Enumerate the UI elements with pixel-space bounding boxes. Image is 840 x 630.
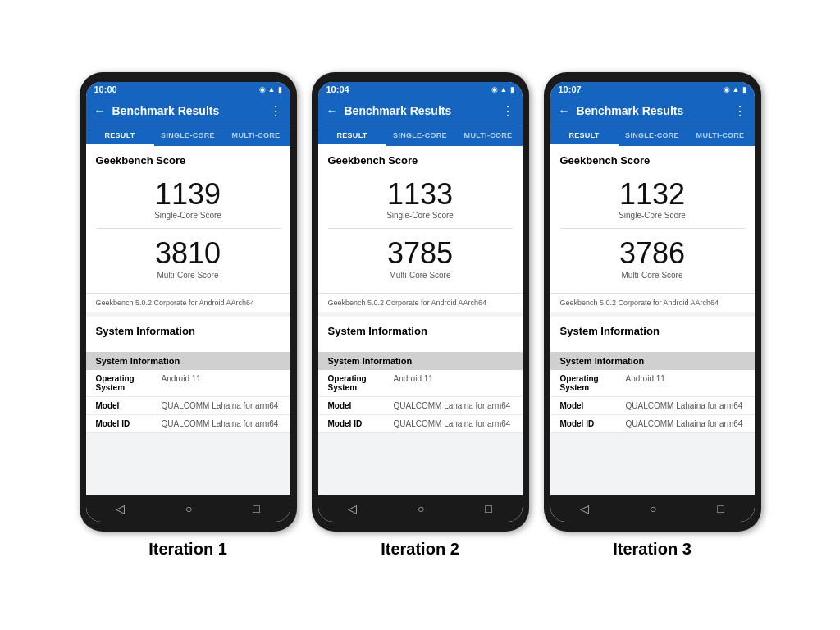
system-info-title: System Information bbox=[96, 325, 281, 337]
single-core-score: 1133 bbox=[328, 178, 513, 211]
tab-multicore[interactable]: MULTI-CORE bbox=[454, 126, 523, 146]
phone-wrapper-3: 10:07 ◉ ▲ ▮ ← Benchmark Results ⋮RESULTS… bbox=[544, 72, 761, 559]
status-time: 10:00 bbox=[94, 84, 117, 94]
phone-wrapper-1: 10:00 ◉ ▲ ▮ ← Benchmark Results ⋮RESULTS… bbox=[80, 72, 297, 559]
iteration-label-3: Iteration 3 bbox=[613, 540, 692, 559]
nav-back-button[interactable]: ◁ bbox=[116, 502, 125, 515]
phone-wrapper-2: 10:04 ◉ ▲ ▮ ← Benchmark Results ⋮RESULTS… bbox=[312, 72, 529, 559]
screen-3: 10:07 ◉ ▲ ▮ ← Benchmark Results ⋮RESULTS… bbox=[550, 82, 755, 522]
screen-2: 10:04 ◉ ▲ ▮ ← Benchmark Results ⋮RESULTS… bbox=[318, 82, 523, 522]
system-info-title-section: System Information bbox=[318, 317, 523, 352]
screen-content: Geekbench Score 1139 Single-Core Score 3… bbox=[86, 146, 290, 495]
sys-info-header: System Information bbox=[550, 352, 755, 370]
tab-singlecore[interactable]: SINGLE-CORE bbox=[619, 126, 687, 146]
tab-singlecore[interactable]: SINGLE-CORE bbox=[154, 126, 222, 146]
app-bar: ← Benchmark Results ⋮ bbox=[550, 97, 755, 126]
sys-info-key: Model bbox=[328, 401, 394, 410]
geekbench-section: Geekbench Score 1139 Single-Core Score 3… bbox=[86, 146, 290, 293]
sys-info-val: QUALCOMM Lahaina for arm64 bbox=[162, 401, 281, 410]
nav-back-button[interactable]: ◁ bbox=[348, 502, 357, 515]
nav-home-button[interactable]: ○ bbox=[418, 502, 424, 515]
sys-info-header: System Information bbox=[318, 352, 523, 370]
status-bar: 10:07 ◉ ▲ ▮ bbox=[550, 82, 755, 97]
tab-result[interactable]: RESULT bbox=[550, 126, 619, 146]
eye-icon: ◉ bbox=[259, 85, 266, 94]
multi-core-label: Multi-Core Score bbox=[96, 271, 281, 280]
nav-bar: ◁ ○ □ bbox=[550, 495, 755, 522]
nav-recents-button[interactable]: □ bbox=[717, 502, 724, 515]
geekbench-title: Geekbench Score bbox=[96, 154, 281, 167]
footer-text: Geekbench 5.0.2 Corporate for Android AA… bbox=[550, 293, 755, 312]
sys-info-key: Operating System bbox=[96, 374, 162, 392]
sys-info-key: Operating System bbox=[560, 374, 626, 392]
sys-info-key: Model ID bbox=[560, 419, 626, 428]
tab-singlecore[interactable]: SINGLE-CORE bbox=[386, 126, 454, 146]
eye-icon: ◉ bbox=[724, 85, 730, 94]
sys-info-val: QUALCOMM Lahaina for arm64 bbox=[626, 419, 745, 428]
phone-1: 10:00 ◉ ▲ ▮ ← Benchmark Results ⋮RESULTS… bbox=[80, 72, 297, 532]
multi-core-block: 3786 Multi-Core Score bbox=[560, 232, 745, 285]
status-time: 10:07 bbox=[559, 84, 582, 94]
single-core-block: 1139 Single-Core Score bbox=[96, 173, 281, 226]
screen-content: Geekbench Score 1133 Single-Core Score 3… bbox=[318, 146, 523, 495]
tab-multicore[interactable]: MULTI-CORE bbox=[687, 126, 755, 146]
screen-1: 10:00 ◉ ▲ ▮ ← Benchmark Results ⋮RESULTS… bbox=[86, 82, 290, 522]
app-bar: ← Benchmark Results ⋮ bbox=[86, 97, 290, 126]
phone-3: 10:07 ◉ ▲ ▮ ← Benchmark Results ⋮RESULTS… bbox=[544, 72, 761, 532]
sys-info-key: Model bbox=[560, 401, 626, 410]
nav-home-button[interactable]: ○ bbox=[650, 502, 656, 515]
tab-bar: RESULTSINGLE-COREMULTI-CORE bbox=[550, 126, 755, 146]
battery-icon: ▮ bbox=[742, 85, 746, 94]
sys-info-row: Operating System Android 11 bbox=[550, 370, 755, 397]
nav-home-button[interactable]: ○ bbox=[185, 502, 192, 515]
nav-recents-button[interactable]: □ bbox=[253, 502, 259, 515]
sys-info-val: Android 11 bbox=[394, 374, 513, 392]
back-button[interactable]: ← bbox=[326, 104, 338, 117]
sys-info-row: Model ID QUALCOMM Lahaina for arm64 bbox=[550, 415, 755, 433]
nav-recents-button[interactable]: □ bbox=[485, 502, 491, 515]
score-divider bbox=[328, 228, 513, 229]
geekbench-section: Geekbench Score 1132 Single-Core Score 3… bbox=[550, 146, 755, 293]
system-info-title-section: System Information bbox=[86, 317, 290, 352]
multi-core-score: 3810 bbox=[96, 237, 281, 270]
tab-multicore[interactable]: MULTI-CORE bbox=[222, 126, 290, 146]
back-button[interactable]: ← bbox=[94, 104, 106, 117]
sys-info-row: Model ID QUALCOMM Lahaina for arm64 bbox=[86, 415, 290, 433]
score-divider bbox=[560, 228, 745, 229]
sys-info-val: QUALCOMM Lahaina for arm64 bbox=[394, 419, 513, 428]
tab-result[interactable]: RESULT bbox=[86, 126, 154, 146]
back-button[interactable]: ← bbox=[559, 104, 570, 117]
score-divider bbox=[96, 228, 281, 229]
multi-core-label: Multi-Core Score bbox=[560, 271, 745, 280]
system-info-title: System Information bbox=[560, 325, 745, 337]
footer-text: Geekbench 5.0.2 Corporate for Android AA… bbox=[318, 293, 523, 312]
system-info-title-section: System Information bbox=[550, 317, 755, 352]
app-title: Benchmark Results bbox=[112, 104, 262, 117]
single-core-label: Single-Core Score bbox=[96, 211, 281, 220]
battery-icon: ▮ bbox=[510, 85, 514, 94]
nav-bar: ◁ ○ □ bbox=[86, 495, 290, 522]
battery-icon: ▮ bbox=[278, 85, 282, 94]
nav-back-button[interactable]: ◁ bbox=[580, 502, 589, 515]
menu-button[interactable]: ⋮ bbox=[501, 103, 514, 119]
geekbench-title: Geekbench Score bbox=[328, 154, 513, 167]
sys-info-key: Model ID bbox=[96, 419, 162, 428]
status-icons: ◉ ▲ ▮ bbox=[724, 85, 746, 94]
single-core-score: 1139 bbox=[96, 178, 281, 211]
sys-info-row: Model QUALCOMM Lahaina for arm64 bbox=[318, 397, 523, 415]
multi-core-score: 3786 bbox=[560, 237, 745, 270]
multi-core-block: 3810 Multi-Core Score bbox=[96, 232, 281, 285]
menu-button[interactable]: ⋮ bbox=[269, 103, 282, 119]
single-core-label: Single-Core Score bbox=[560, 211, 745, 220]
screen-content: Geekbench Score 1132 Single-Core Score 3… bbox=[550, 146, 755, 495]
multi-core-block: 3785 Multi-Core Score bbox=[328, 232, 513, 285]
system-info-section: System InformationOperating System Andro… bbox=[86, 352, 290, 433]
menu-button[interactable]: ⋮ bbox=[733, 103, 746, 119]
system-info-title: System Information bbox=[328, 325, 513, 337]
single-core-score: 1132 bbox=[560, 178, 745, 211]
sys-info-row: Model QUALCOMM Lahaina for arm64 bbox=[550, 397, 755, 415]
sys-info-row: Operating System Android 11 bbox=[86, 370, 290, 397]
tab-bar: RESULTSINGLE-COREMULTI-CORE bbox=[318, 126, 523, 146]
tab-result[interactable]: RESULT bbox=[318, 126, 386, 146]
single-core-block: 1133 Single-Core Score bbox=[328, 173, 513, 226]
